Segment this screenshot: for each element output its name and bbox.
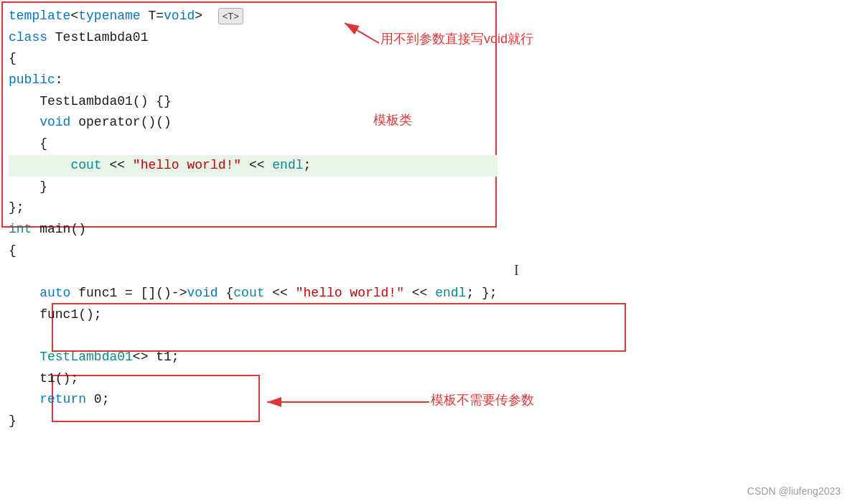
code-line-12: { xyxy=(9,241,497,262)
t-badge: <T> xyxy=(218,8,243,24)
code-line-4: public: xyxy=(9,70,497,91)
code-line-8: cout << "hello world!" << endl; xyxy=(9,155,497,177)
code-line-11: int main() xyxy=(9,219,497,241)
code-line-17: return 0; xyxy=(9,389,497,411)
watermark: CSDN @liufeng2023 xyxy=(747,485,841,497)
code-line-15: TestLambda01<> t1; xyxy=(9,347,497,368)
code-line-13: auto func1 = []()->void {cout << "hello … xyxy=(9,283,497,304)
code-line-9: } xyxy=(9,177,497,198)
code-line-blank2 xyxy=(9,325,497,347)
code-line-6: void operator()() xyxy=(9,112,497,134)
code-line-18: } xyxy=(9,411,497,432)
code-line-10: }; xyxy=(9,197,497,219)
code-line-5: TestLambda01() {} xyxy=(9,91,497,113)
code-block: template<typename T=void> <T> class Test… xyxy=(0,0,506,438)
code-line-1: template<typename T=void> <T> xyxy=(9,6,497,27)
annotation-template-class: 模板类 xyxy=(373,111,412,129)
code-line-blank1 xyxy=(9,261,497,283)
code-line-7: { xyxy=(9,134,497,155)
annotation-no-param: 模板不需要传参数 xyxy=(431,391,534,409)
code-line-14: func1(); xyxy=(9,304,497,326)
annotation-void: 用不到参数直接写void就行 xyxy=(380,30,533,47)
code-line-3: { xyxy=(9,48,497,70)
code-line-16: t1(); xyxy=(9,368,497,390)
text-cursor: I xyxy=(514,262,519,279)
